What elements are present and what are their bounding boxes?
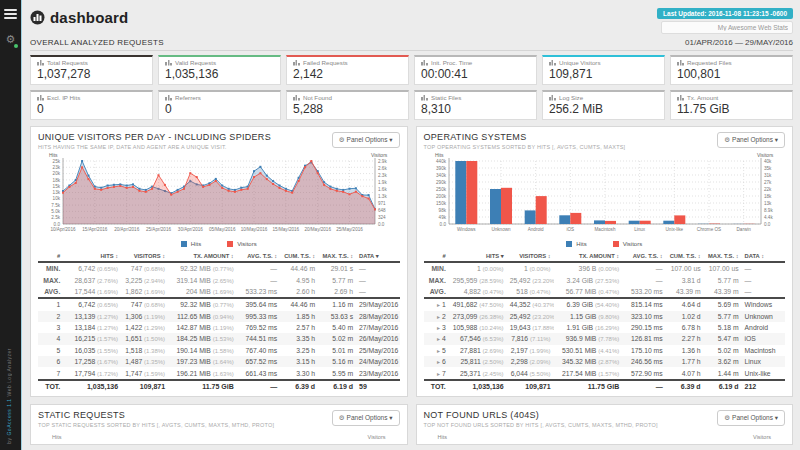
column-header-data[interactable]: DATA ↕ xyxy=(742,251,785,262)
column-header-avg-t-s-[interactable]: AVG. T.S. ↕ xyxy=(622,251,665,262)
expand-caret-icon[interactable]: ▸ xyxy=(437,314,440,320)
expand-caret-icon[interactable]: ▸ xyxy=(437,348,440,354)
table-row[interactable]: ▸1491,682 (47.50%)44,352 (40.37%)6.39 Gi… xyxy=(424,298,786,310)
summary-row: MAX.295,959 (28.59%)25,492 (23.20%)3.24 … xyxy=(424,274,786,285)
column-header-visitors[interactable]: VISITORS ↕ xyxy=(507,251,554,262)
summary-row: AVG.4,882 (0.47%)518 (0.47%)56.77 MiB (0… xyxy=(424,286,786,298)
bar-chart-icon xyxy=(549,95,556,101)
panel-title: NOT FOUND URLS (404S) xyxy=(424,410,658,420)
legend-item[interactable]: Hits xyxy=(181,241,201,247)
svg-text:10k: 10k xyxy=(53,196,61,201)
metric-card: Log Size 256.2 MiB xyxy=(542,90,665,120)
column-header--[interactable]: # xyxy=(424,251,449,262)
header: dashboard Last Updated: 2016-11-08 11:23… xyxy=(30,5,793,51)
credit-link[interactable]: GoAccess 1.1 xyxy=(6,399,12,436)
column-header-hits[interactable]: HITS ↕ xyxy=(63,251,121,262)
panel-options-button[interactable]: ⚙Panel Options ▾ xyxy=(332,410,400,426)
metric-value: 100,801 xyxy=(677,67,786,81)
gear-icon: ⚙ xyxy=(339,414,345,421)
panel-options-button[interactable]: ⚙Panel Options ▾ xyxy=(332,132,400,148)
column-header-visitors[interactable]: VISITORS ↕ xyxy=(121,251,168,262)
bar-chart-icon xyxy=(549,60,556,66)
table-row[interactable]: ▸725,371 (2.45%)6,044 (5.50%)217.54 MiB … xyxy=(424,367,786,379)
svg-text:18k: 18k xyxy=(764,194,772,199)
panel-options-button[interactable]: ⚙Panel Options ▾ xyxy=(717,132,785,148)
svg-text:2.9k: 2.9k xyxy=(378,159,387,164)
gear-icon: ⚙ xyxy=(724,136,730,143)
svg-text:13k: 13k xyxy=(764,201,772,206)
credit-prefix: by xyxy=(6,438,12,444)
svg-text:05/May/2016: 05/May/2016 xyxy=(209,227,236,232)
panel-heading: STATIC REQUESTS TOP STATIC REQUESTS SORT… xyxy=(38,410,274,428)
operating-systems-chart: 440k390k340k290k250k200k150k98k49k0.040k… xyxy=(424,152,786,240)
metric-label: Excl. IP Hits xyxy=(47,94,80,101)
svg-text:22k: 22k xyxy=(764,187,772,192)
table-row[interactable]: ▸467,546 (6.53%)7,816 (7.11%)936.9 MiB (… xyxy=(424,333,786,344)
svg-text:Visitors: Visitors xyxy=(371,152,388,158)
svg-text:Macintosh: Macintosh xyxy=(594,227,615,232)
column-header-tx-amount[interactable]: TX. AMOUNT ↕ xyxy=(554,251,623,262)
online-status-dot xyxy=(14,44,18,48)
bar-chart-icon xyxy=(37,60,44,66)
legend-swatch xyxy=(181,241,187,247)
overall-title: OVERALL ANALYZED REQUESTS xyxy=(30,38,164,47)
svg-text:5.0k: 5.0k xyxy=(51,209,60,214)
expand-caret-icon[interactable]: ▸ xyxy=(437,336,440,342)
app-title: dashboard xyxy=(50,9,128,26)
legend-swatch xyxy=(227,241,233,247)
settings-gear-icon[interactable]: ⚙ xyxy=(0,33,21,46)
main-content: dashboard Last Updated: 2016-11-08 11:23… xyxy=(22,0,800,450)
metric-card: Referrers 0 xyxy=(158,90,281,120)
bar-chart-icon xyxy=(677,60,684,66)
svg-text:10/May/2016: 10/May/2016 xyxy=(241,227,268,232)
chart-axis-labels: HitsVisitors xyxy=(38,430,400,440)
svg-text:8.9k: 8.9k xyxy=(764,208,773,213)
expand-caret-icon[interactable]: ▸ xyxy=(437,302,440,308)
metric-value: 256.2 MiB xyxy=(549,102,658,116)
table-row[interactable]: ▸527,881 (2.69%)2,197 (1.99%)530.51 MiB … xyxy=(424,345,786,356)
metric-value: 1,035,136 xyxy=(165,67,274,81)
column-header-hits[interactable]: HITS ▾ xyxy=(449,251,507,262)
panel-heading: UNIQUE VISITORS PER DAY - INCLUDING SPID… xyxy=(38,132,271,150)
expand-caret-icon[interactable]: ▸ xyxy=(437,359,440,365)
column-header-max-t-s-[interactable]: MAX. T.S. ↕ xyxy=(704,251,742,262)
panel-title: UNIQUE VISITORS PER DAY - INCLUDING SPID… xyxy=(38,132,271,142)
report-name-input[interactable] xyxy=(661,21,793,34)
table-row: 16,742 (0.65%)747 (0.68%)92.32 MiB (0.77… xyxy=(38,298,400,310)
bar-chart-icon xyxy=(165,95,172,101)
expand-caret-icon[interactable]: ▸ xyxy=(437,325,440,331)
column-header-data[interactable]: DATA ▾ xyxy=(356,251,399,262)
legend-item[interactable]: Hits xyxy=(566,241,586,247)
unique-visitors-chart: 25k23k20k18k15k13k10k7.5k5.0k2.5k0.02.9k… xyxy=(38,152,400,240)
column-header--[interactable]: # xyxy=(38,251,63,262)
metric-card: Excl. IP Hits 0 xyxy=(30,90,153,120)
column-header-max-t-s-[interactable]: MAX. T.S. ↕ xyxy=(318,251,356,262)
column-header-avg-t-s-[interactable]: AVG. T.S. ↕ xyxy=(237,251,280,262)
column-header-tx-amount[interactable]: TX. AMOUNT ↕ xyxy=(168,251,237,262)
expand-caret-icon[interactable]: ▸ xyxy=(437,371,440,377)
svg-text:Windows: Windows xyxy=(457,227,476,232)
credit-suffix: Web Log Analyzer xyxy=(6,348,12,397)
svg-text:31k: 31k xyxy=(764,173,772,178)
legend-item[interactable]: Visitors xyxy=(227,241,257,247)
menu-hamburger-icon[interactable] xyxy=(4,9,17,19)
table-row[interactable]: ▸625,811 (2.50%)2,298 (2.09%)345.32 MiB … xyxy=(424,356,786,367)
svg-text:200k: 200k xyxy=(436,194,447,199)
metric-value: 8,310 xyxy=(421,102,530,116)
legend-item[interactable]: Visitors xyxy=(613,241,643,247)
column-header-cum-t-s-[interactable]: CUM. T.S. ↕ xyxy=(280,251,318,262)
table-row[interactable]: ▸3105,988 (10.24%)19,643 (17.88%)1.91 Gi… xyxy=(424,322,786,333)
sidebar-credit: by GoAccess 1.1 Web Log Analyzer xyxy=(6,348,12,444)
bar-chart-icon xyxy=(421,60,428,66)
svg-text:25/Apr/2016: 25/Apr/2016 xyxy=(146,227,171,232)
unique-visitors-table: # HITS ↕VISITORS ↕TX. AMOUNT ↕AVG. T.S. … xyxy=(38,251,400,392)
table-row[interactable]: ▸2273,099 (26.38%)25,492 (23.20%)1.15 Gi… xyxy=(424,311,786,322)
column-header-cum-t-s-[interactable]: CUM. T.S. ↕ xyxy=(666,251,704,262)
metric-label: Init. Proc. Time xyxy=(431,59,472,66)
panel-options-button[interactable]: ⚙Panel Options ▾ xyxy=(717,410,785,426)
svg-text:13k: 13k xyxy=(53,190,61,195)
svg-text:Linux: Linux xyxy=(634,227,646,232)
operating-systems-table: # HITS ▾VISITORS ↕TX. AMOUNT ↕AVG. T.S. … xyxy=(424,251,786,392)
svg-text:324: 324 xyxy=(378,215,386,220)
svg-text:98k: 98k xyxy=(438,208,446,213)
